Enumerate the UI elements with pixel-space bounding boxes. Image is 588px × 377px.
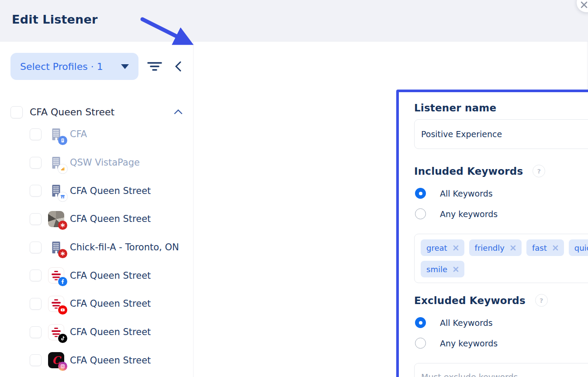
group-checkbox[interactable] bbox=[10, 106, 23, 118]
chevron-up-icon[interactable] bbox=[173, 108, 183, 117]
main-content: Listener name Included Keywords ? All Ke… bbox=[194, 42, 587, 377]
keyword-chip: friendly bbox=[469, 239, 522, 256]
profile-name: CFA Queen Street bbox=[70, 214, 151, 224]
caret-down-icon bbox=[121, 64, 129, 69]
profile-avatar bbox=[48, 126, 64, 142]
youtube-badge-icon bbox=[58, 305, 67, 315]
profile-avatar bbox=[48, 267, 64, 284]
profile-avatar: C bbox=[48, 352, 64, 368]
profile-avatar bbox=[48, 324, 64, 340]
help-icon[interactable]: ? bbox=[533, 165, 545, 177]
profile-row[interactable]: CFA Queen Street bbox=[0, 290, 194, 318]
close-icon bbox=[580, 1, 588, 9]
facebook-badge-icon bbox=[58, 277, 67, 286]
profile-name: CFA Queen Street bbox=[70, 186, 151, 196]
profile-name: CFA Queen Street bbox=[70, 270, 151, 281]
profile-row[interactable]: CFA Queen Street bbox=[0, 318, 194, 346]
profile-name: CFA Queen Street bbox=[70, 327, 151, 337]
listener-name-heading: Listener name bbox=[414, 102, 496, 114]
included-any-keywords-option[interactable]: Any keywords bbox=[415, 208, 498, 219]
profile-avatar bbox=[48, 296, 64, 312]
keyword-chip: fast bbox=[526, 239, 564, 256]
profile-checkbox[interactable] bbox=[30, 298, 42, 310]
profile-checkbox[interactable] bbox=[30, 270, 42, 281]
profile-name: Chick-fil-A - Toronto, ON bbox=[70, 242, 179, 252]
included-keywords-heading: Included Keywords ? bbox=[414, 165, 545, 177]
profile-row[interactable]: Chick-fil-A - Toronto, ON bbox=[0, 233, 194, 262]
edit-listener-modal: Edit Listener Select Profiles · 1 bbox=[0, 0, 588, 377]
keyword-chip: smile bbox=[421, 261, 464, 277]
excluded-keywords-field bbox=[414, 363, 588, 377]
profile-row[interactable]: CFA Queen Street bbox=[0, 205, 194, 233]
keyword-chip-label: friendly bbox=[475, 243, 505, 252]
excluded-all-keywords-option[interactable]: All Keywords bbox=[415, 317, 493, 328]
filter-lines-icon bbox=[146, 59, 163, 74]
tiktok-badge-icon bbox=[58, 334, 67, 343]
excluded-keywords-input[interactable] bbox=[415, 363, 588, 377]
profile-checkbox[interactable] bbox=[30, 185, 42, 197]
listener-form-panel: Listener name Included Keywords ? All Ke… bbox=[396, 90, 588, 377]
help-icon[interactable]: ? bbox=[535, 294, 548, 307]
profile-list: CFAQSW VistaPageCFA Queen StreetCFA Quee… bbox=[0, 120, 194, 374]
storefront-badge-icon bbox=[58, 192, 67, 201]
profile-avatar bbox=[48, 211, 64, 227]
profile-avatar bbox=[48, 155, 64, 171]
radio-selected-icon[interactable] bbox=[415, 188, 426, 199]
radio-unselected-icon[interactable] bbox=[415, 338, 426, 349]
profile-checkbox[interactable] bbox=[30, 354, 42, 366]
profile-row[interactable]: QSW VistaPage bbox=[0, 149, 194, 177]
profile-checkbox[interactable] bbox=[30, 242, 42, 253]
chevron-left-icon bbox=[171, 59, 186, 74]
keyword-chip: quick bbox=[569, 239, 588, 256]
profile-checkbox[interactable] bbox=[30, 213, 42, 225]
profile-checkbox[interactable] bbox=[30, 326, 42, 338]
page-title: Edit Listener bbox=[12, 13, 98, 26]
excluded-keywords-heading: Excluded Keywords ? bbox=[414, 294, 548, 307]
profile-checkbox[interactable] bbox=[30, 157, 42, 169]
remove-keyword-icon[interactable] bbox=[510, 245, 516, 251]
remove-keyword-icon[interactable] bbox=[453, 266, 459, 272]
profile-avatar bbox=[48, 239, 64, 256]
group-label: CFA Queen Street bbox=[30, 107, 114, 118]
profile-name: CFA bbox=[70, 129, 87, 139]
collapse-sidebar-button[interactable] bbox=[171, 59, 186, 74]
analytics-badge-icon bbox=[58, 164, 67, 173]
included-all-keywords-option[interactable]: All Keywords bbox=[415, 188, 493, 199]
radio-unselected-icon[interactable] bbox=[415, 208, 426, 219]
yelp-badge-icon bbox=[58, 249, 67, 258]
remove-keyword-icon[interactable] bbox=[553, 245, 558, 251]
listener-name-input[interactable] bbox=[414, 119, 588, 149]
profile-row[interactable]: CFA Queen Street bbox=[0, 176, 194, 205]
keyword-chip: great bbox=[421, 239, 464, 256]
keyword-chip-label: quick bbox=[574, 243, 588, 252]
profile-name: QSW VistaPage bbox=[70, 157, 140, 168]
included-keywords-input[interactable]: greatfriendlyfastquickcleansmile bbox=[414, 234, 588, 283]
profile-name: CFA Queen Street bbox=[70, 298, 151, 309]
select-profiles-dropdown[interactable]: Select Profiles · 1 bbox=[10, 53, 138, 80]
keyword-chip-label: smile bbox=[426, 265, 447, 274]
document-badge-icon bbox=[58, 136, 67, 145]
remove-keyword-icon[interactable] bbox=[453, 245, 459, 251]
radio-selected-icon[interactable] bbox=[415, 317, 426, 328]
keyword-chip-label: great bbox=[426, 243, 447, 252]
filter-button[interactable] bbox=[146, 59, 163, 74]
profile-checkbox[interactable] bbox=[30, 128, 42, 140]
profile-name: CFA Queen Street bbox=[70, 355, 151, 366]
keyword-chip-label: fast bbox=[532, 243, 547, 252]
excluded-any-keywords-option[interactable]: Any keywords bbox=[415, 338, 498, 349]
profile-avatar bbox=[48, 183, 64, 199]
profile-row[interactable]: CFA Queen Street bbox=[0, 261, 194, 290]
instagram-badge-icon bbox=[58, 362, 67, 371]
modal-header: Edit Listener bbox=[0, 0, 588, 42]
select-profiles-label: Select Profiles · 1 bbox=[20, 61, 103, 72]
profile-row[interactable]: CFA bbox=[0, 120, 194, 149]
profiles-sidebar: Select Profiles · 1 CFA Queen Street bbox=[0, 42, 194, 377]
profile-row[interactable]: CCFA Queen Street bbox=[0, 346, 194, 375]
yelp-badge-icon bbox=[58, 221, 67, 230]
